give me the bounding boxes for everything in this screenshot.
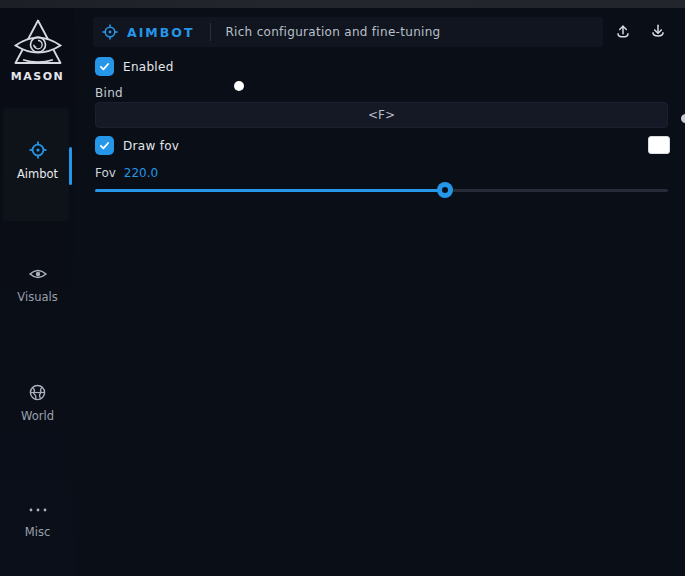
fov-slider-fill xyxy=(95,189,445,192)
sidebar-item-visuals[interactable]: Visuals xyxy=(0,266,75,304)
enabled-label: Enabled xyxy=(123,60,174,74)
sidebar-item-world[interactable]: World xyxy=(0,384,75,423)
mason-cheat-menu: MASON Aimbot Visuals xyxy=(0,0,685,576)
header-divider xyxy=(210,23,211,41)
brand-logo: MASON xyxy=(0,18,75,83)
bind-label: Bind xyxy=(95,86,123,100)
background-window-strip xyxy=(0,0,685,8)
sidebar-item-aimbot[interactable]: Aimbot xyxy=(0,141,75,181)
sidebar-item-label: Aimbot xyxy=(0,167,75,181)
page-title: AIMBOT xyxy=(127,25,194,40)
sidebar-item-misc[interactable]: Misc xyxy=(0,502,75,539)
enabled-checkbox[interactable] xyxy=(95,57,114,76)
enabled-row: Enabled xyxy=(95,57,174,76)
fov-slider[interactable] xyxy=(95,182,668,198)
brand-name: MASON xyxy=(0,70,75,83)
sidebar: MASON Aimbot Visuals xyxy=(0,8,75,576)
fov-value: 220.0 xyxy=(124,166,158,180)
checkmark-icon xyxy=(98,139,111,152)
bind-field-dot xyxy=(681,114,685,123)
mouse-cursor-dot xyxy=(234,81,244,91)
download-config-button[interactable] xyxy=(645,19,671,45)
sidebar-item-label: World xyxy=(0,409,75,423)
page-header: AIMBOT Rich configuration and fine-tunin… xyxy=(93,17,603,47)
fov-color-picker[interactable] xyxy=(648,136,670,154)
fov-slider-handle[interactable] xyxy=(437,182,453,198)
draw-fov-label: Draw fov xyxy=(123,139,179,153)
upload-config-button[interactable] xyxy=(610,19,636,45)
crosshair-icon xyxy=(102,24,118,40)
main-panel: AIMBOT Rich configuration and fine-tunin… xyxy=(75,8,685,576)
draw-fov-checkbox[interactable] xyxy=(95,136,114,155)
eye-pyramid-icon xyxy=(11,18,65,68)
ellipsis-icon xyxy=(28,503,48,517)
checkmark-icon xyxy=(98,60,111,73)
draw-fov-row: Draw fov xyxy=(95,136,179,155)
upload-icon xyxy=(613,22,633,42)
fov-label-row: Fov 220.0 xyxy=(95,166,158,180)
download-icon xyxy=(648,22,668,42)
fov-label: Fov xyxy=(95,166,116,180)
globe-icon xyxy=(29,384,46,401)
sidebar-item-label: Visuals xyxy=(0,290,75,304)
bind-input[interactable] xyxy=(95,102,668,128)
sidebar-item-label: Misc xyxy=(0,525,75,539)
crosshair-icon xyxy=(29,141,47,159)
page-subtitle: Rich configuration and fine-tuning xyxy=(225,25,440,39)
eye-icon xyxy=(29,266,47,282)
